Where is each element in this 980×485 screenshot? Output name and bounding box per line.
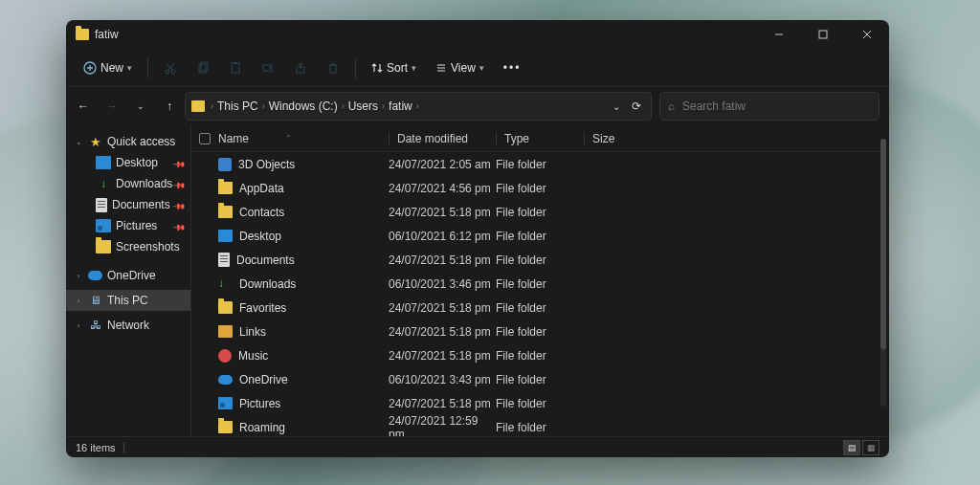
close-button[interactable]: [845, 20, 889, 49]
file-type: File folder: [496, 158, 584, 171]
select-all-checkbox[interactable]: [199, 133, 218, 144]
sidebar-item-this-pc[interactable]: › 🖥 This PC: [66, 290, 190, 311]
file-name: AppData: [239, 182, 284, 195]
table-row[interactable]: 3D Objects24/07/2021 2:05 amFile folder: [191, 152, 889, 176]
sidebar-item-network[interactable]: › 🖧 Network: [66, 315, 190, 336]
column-header-date[interactable]: Date modified: [389, 132, 496, 145]
sidebar-item-onedrive[interactable]: › OneDrive: [66, 265, 190, 286]
up-button[interactable]: ↑: [162, 99, 177, 113]
table-row[interactable]: Contacts24/07/2021 5:18 pmFile folder: [191, 200, 889, 224]
file-date: 24/07/2021 5:18 pm: [389, 301, 496, 315]
svg-rect-12: [201, 62, 208, 71]
sidebar-item-downloads[interactable]: ↓ Downloads 📌: [66, 173, 190, 194]
details-view-button[interactable]: ▤: [843, 440, 860, 455]
table-row[interactable]: Links24/07/2021 5:18 pmFile folder: [191, 320, 889, 343]
cloud-icon: [218, 375, 233, 385]
table-row[interactable]: AppData24/07/2021 4:56 pmFile folder: [191, 176, 889, 200]
maximize-button[interactable]: [801, 20, 845, 49]
table-row[interactable]: Documents24/07/2021 5:18 pmFile folder: [191, 248, 889, 272]
sidebar-item-screenshots[interactable]: Screenshots: [66, 236, 190, 257]
breadcrumb[interactable]: This PC›: [217, 99, 265, 113]
folder-icon: [218, 421, 233, 433]
folder-icon: [218, 206, 233, 218]
file-name: OneDrive: [239, 373, 288, 386]
table-row[interactable]: ↓Downloads06/10/2021 3:46 pmFile folder: [191, 272, 889, 296]
svg-rect-13: [232, 63, 239, 73]
chevron-down-icon: ▾: [412, 63, 416, 73]
search-icon: ⌕: [668, 99, 675, 113]
column-label: Type: [504, 132, 529, 145]
file-type: File folder: [496, 230, 584, 243]
file-date: 24/07/2021 5:18 pm: [389, 397, 496, 410]
sidebar: ⌄ ★ Quick access Desktop 📌 ↓ Downloads 📌…: [66, 125, 190, 436]
refresh-button[interactable]: ⟳: [632, 99, 641, 113]
file-name: Pictures: [239, 397, 280, 410]
column-headers: Name ⌃ Date modified Type Size: [191, 125, 889, 152]
recent-button[interactable]: ⌄: [133, 101, 148, 111]
column-header-size[interactable]: Size: [584, 132, 651, 145]
folder-icon: [218, 301, 233, 314]
file-name: Downloads: [239, 277, 296, 291]
file-name: Music: [238, 349, 268, 363]
trash-icon: [326, 61, 340, 75]
star-icon: ★: [88, 135, 102, 149]
table-row[interactable]: Favorites24/07/2021 5:18 pmFile folder: [191, 296, 889, 320]
file-type: File folder: [496, 301, 584, 315]
column-header-name[interactable]: Name ⌃: [218, 132, 389, 145]
minimize-button[interactable]: [757, 20, 801, 49]
file-date: 24/07/2021 12:59 pm: [389, 414, 496, 437]
sort-button[interactable]: Sort ▾: [364, 53, 424, 83]
file-name: Links: [239, 325, 266, 339]
status-bar: 16 items ▤ ▦: [66, 436, 889, 457]
table-row[interactable]: Pictures24/07/2021 5:18 pmFile folder: [191, 391, 889, 415]
sidebar-item-pictures[interactable]: Pictures 📌: [66, 215, 190, 236]
chevron-right-icon: ›: [382, 101, 385, 111]
breadcrumb[interactable]: Windows (C:)›: [269, 99, 345, 113]
breadcrumb[interactable]: Users›: [348, 99, 385, 113]
table-row[interactable]: Music24/07/2021 5:18 pmFile folder: [191, 343, 889, 367]
back-button[interactable]: ←: [76, 99, 91, 113]
svg-rect-15: [263, 65, 270, 71]
svg-point-8: [171, 70, 175, 74]
cut-button[interactable]: [156, 53, 185, 83]
sidebar-item-desktop[interactable]: Desktop 📌: [66, 152, 190, 173]
sidebar-item-quick-access[interactable]: ⌄ ★ Quick access: [66, 131, 190, 152]
delete-button[interactable]: [319, 53, 347, 83]
search-input[interactable]: [682, 99, 871, 113]
content-area: Name ⌃ Date modified Type Size 3D Object…: [190, 125, 889, 436]
table-row[interactable]: Roaming24/07/2021 12:59 pmFile folder: [191, 415, 889, 436]
paste-button[interactable]: [221, 53, 250, 83]
large-icons-view-button[interactable]: ▦: [862, 440, 880, 455]
breadcrumb-label: Windows (C:): [269, 99, 338, 113]
navigation-bar: ← → ⌄ ↑ › This PC› Windows (C:)› Users› …: [66, 87, 889, 125]
sidebar-item-label: This PC: [107, 294, 148, 307]
file-type: File folder: [496, 182, 584, 195]
folder-icon: [96, 240, 111, 254]
history-dropdown[interactable]: ⌄: [612, 101, 620, 112]
view-button[interactable]: View ▾: [428, 53, 492, 83]
breadcrumb[interactable]: fatiw›: [389, 99, 419, 113]
svg-rect-18: [330, 65, 336, 73]
file-name: Roaming: [239, 421, 285, 434]
share-button[interactable]: [286, 53, 315, 83]
scrollbar-thumb[interactable]: [880, 139, 886, 349]
table-row[interactable]: OneDrive06/10/2021 3:43 pmFile folder: [191, 367, 889, 391]
table-row[interactable]: Desktop06/10/2021 6:12 pmFile folder: [191, 224, 889, 248]
rename-button[interactable]: [254, 53, 282, 83]
new-button[interactable]: New ▾: [76, 53, 140, 83]
share-icon: [294, 61, 307, 75]
file-date: 24/07/2021 4:56 pm: [389, 182, 496, 195]
file-date: 24/07/2021 5:18 pm: [389, 206, 496, 219]
sidebar-item-label: Screenshots: [116, 240, 180, 254]
pin-icon: 📌: [173, 220, 184, 231]
address-bar[interactable]: › This PC› Windows (C:)› Users› fatiw› ⌄…: [185, 92, 652, 121]
more-button[interactable]: •••: [496, 53, 529, 83]
sidebar-item-label: Quick access: [107, 135, 175, 148]
sidebar-item-label: Downloads: [116, 177, 172, 190]
sidebar-item-documents[interactable]: Documents 📌: [66, 194, 190, 215]
column-header-type[interactable]: Type: [496, 132, 584, 145]
copy-button[interactable]: [189, 53, 217, 83]
forward-button[interactable]: →: [104, 99, 120, 113]
music-icon: [218, 349, 232, 363]
search-box[interactable]: ⌕: [659, 92, 880, 121]
